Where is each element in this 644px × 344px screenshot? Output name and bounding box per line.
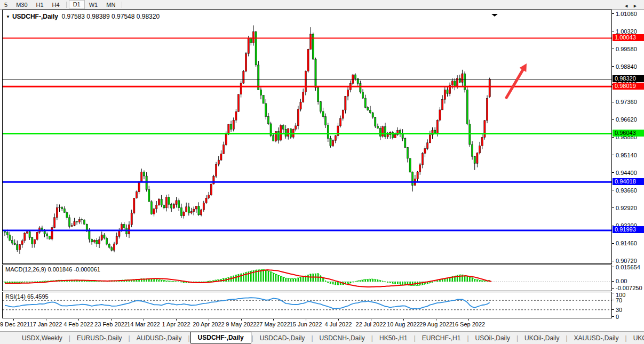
- tab-usdcnh-daily[interactable]: USDCNH-,Daily: [314, 333, 371, 343]
- symbol-tabbar: USDX,Weekly|EURUSD-,Daily|AUDUSD-,Daily|…: [0, 331, 644, 344]
- price-tick-mark: [612, 102, 614, 102]
- price-tick-label: 0.95140: [616, 152, 637, 158]
- price-tick-label: 0.97360: [616, 99, 637, 105]
- timeframe-toolbar: 5M30H1H4D1W1MN: [0, 0, 644, 10]
- date-axis[interactable]: 29 Dec 202117 Jan 20224 Feb 202223 Feb 2…: [2, 319, 612, 331]
- horizontal-level-lines[interactable]: [3, 38, 611, 231]
- rsi-tick-mark: [612, 293, 614, 293]
- price-tick-label: 0.91460: [616, 240, 637, 246]
- date-tick-label: 4 Feb 2022: [63, 321, 93, 327]
- rsi-axis[interactable]: 10070300: [612, 292, 644, 318]
- tab-xauusd-daily[interactable]: XAUUSD-,Daily: [568, 333, 625, 343]
- rsi-line: [5, 298, 490, 309]
- price-tick-mark: [612, 190, 614, 190]
- date-tick-mark: [13, 319, 14, 321]
- date-tick-mark: [338, 319, 339, 321]
- price-tick-mark: [612, 137, 614, 138]
- price-tick-label: 0.99580: [616, 46, 637, 52]
- level-price-badge: 0.91993: [613, 226, 644, 233]
- chart-title: ▼USDCHF-,Daily 0.97583 0.98389 0.97548 0…: [6, 13, 160, 20]
- date-tick-mark: [468, 319, 469, 321]
- macd-tick-mark: [612, 281, 614, 282]
- toolbar-separator: [122, 2, 122, 8]
- date-tick-label: 4 Jul 2022: [325, 321, 352, 327]
- symbol-dropdown-icon[interactable]: ▼: [6, 14, 10, 19]
- date-tick-label: 29 Aug 2022: [419, 321, 452, 327]
- level-price-badge: 0.98019: [613, 83, 644, 90]
- up-arrow-annotation[interactable]: [505, 63, 527, 99]
- tab-usoil-daily[interactable]: USOil-,Daily: [470, 333, 516, 343]
- macd-tick-label: 0.00: [616, 278, 627, 284]
- tab-hk50-h1[interactable]: HK50-,H1: [373, 333, 414, 343]
- price-tick-mark: [612, 13, 614, 14]
- tab-eurchf-h1[interactable]: EURCHF-,H1: [416, 333, 467, 343]
- date-tick-label: 14 Mar 2022: [127, 321, 160, 327]
- macd-tick-mark: [612, 267, 614, 267]
- macd-axis[interactable]: 0.0156540.00-0.007250: [612, 265, 644, 291]
- macd-label: MACD(12,26,9) 0.001846 -0.000061: [5, 266, 100, 273]
- price-tick-mark: [612, 172, 614, 173]
- rsi-tick-label: 30: [616, 307, 622, 313]
- date-tick-mark: [144, 319, 144, 321]
- tab-usdcad-daily[interactable]: USDCAD-,Daily: [254, 333, 311, 343]
- price-tick-label: 0.92920: [616, 205, 637, 211]
- tab-usdx-weekly[interactable]: USDX,Weekly: [16, 333, 68, 343]
- tab-ukoil-daily[interactable]: UKOil-,Daily: [519, 333, 565, 343]
- date-tick-mark: [436, 319, 436, 321]
- price-tick-mark: [612, 243, 614, 244]
- price-tick-label: 0.90720: [616, 258, 637, 264]
- candlestick-series: [4, 26, 490, 254]
- timeframe-button-h4[interactable]: H4: [48, 1, 64, 9]
- date-tick-label: 23 Feb 2022: [94, 321, 128, 327]
- date-tick-mark: [78, 319, 79, 321]
- candlestick-chart-canvas[interactable]: [3, 10, 611, 263]
- tab-scroll-right-icon[interactable]: ►: [633, 3, 642, 9]
- timeframe-button-d1[interactable]: D1: [69, 0, 85, 9]
- macd-panel[interactable]: MACD(12,26,9) 0.001846 -0.000061: [2, 265, 612, 291]
- toolbar-separator: [66, 2, 67, 8]
- date-tick-label: 17 Jan 2022: [30, 321, 62, 327]
- timeframe-button-h1[interactable]: H1: [32, 1, 48, 9]
- date-tick-mark: [209, 319, 209, 321]
- tab-ukoil-da[interactable]: UKOil-,Da: [627, 333, 644, 343]
- tab-eurusd-daily[interactable]: EURUSD-,Daily: [71, 333, 128, 343]
- date-tick-mark: [46, 319, 46, 321]
- rsi-tick-mark: [612, 309, 614, 310]
- rsi-tick-label: 0: [616, 314, 619, 320]
- date-tick-mark: [176, 319, 177, 321]
- date-tick-label: 29 Dec 2021: [0, 321, 30, 327]
- level-price-badge: 0.98320: [613, 75, 644, 82]
- tab-audusd-daily[interactable]: AUDUSD-,Daily: [131, 333, 188, 343]
- price-tick-label: 0.94400: [616, 170, 637, 176]
- timeframe-button-5[interactable]: 5: [0, 1, 12, 9]
- price-axis[interactable]: 1.010601.003200.995800.988400.981000.973…: [612, 10, 644, 264]
- price-tick-label: 0.98840: [616, 63, 637, 70]
- date-tick-label: 22 Jul 2022: [356, 321, 386, 327]
- timeframe-button-w1[interactable]: W1: [85, 1, 102, 9]
- macd-tick-label: -0.007250: [616, 285, 642, 291]
- tab-usdchf-daily[interactable]: USDCHF-,Daily: [190, 332, 251, 343]
- price-tick-mark: [612, 261, 614, 261]
- rsi-tick-mark: [612, 316, 614, 317]
- price-tick-mark: [612, 49, 614, 49]
- macd-tick-label: 0.015654: [616, 264, 640, 270]
- price-tick-mark: [612, 155, 614, 155]
- price-tick-label: 0.93660: [616, 187, 637, 194]
- tab-scroll-arrows: ◄►: [624, 3, 642, 9]
- timeframe-button-m30[interactable]: M30: [12, 1, 31, 9]
- timeframe-button-mn[interactable]: MN: [102, 1, 120, 9]
- date-tick-label: 27 May 2022: [256, 321, 290, 327]
- rsi-canvas: [3, 292, 611, 318]
- level-price-badge: 1.00043: [613, 34, 644, 41]
- tab-scroll-left-icon[interactable]: ◄: [624, 3, 633, 9]
- date-tick-label: 10 Aug 2022: [387, 321, 420, 327]
- price-tick-mark: [612, 66, 614, 67]
- chart-shift-marker-icon: [491, 14, 498, 17]
- level-price-badge: 0.94018: [613, 178, 644, 185]
- price-tick-label: 0.96620: [616, 116, 637, 123]
- date-tick-label: 20 Apr 2022: [193, 321, 224, 327]
- main-chart-panel[interactable]: ▼USDCHF-,Daily 0.97583 0.98389 0.97548 0…: [2, 10, 612, 264]
- rsi-panel[interactable]: RSI(14) 65.4595: [2, 292, 612, 318]
- rsi-tick-label: 70: [616, 297, 622, 303]
- price-tick-mark: [612, 119, 614, 120]
